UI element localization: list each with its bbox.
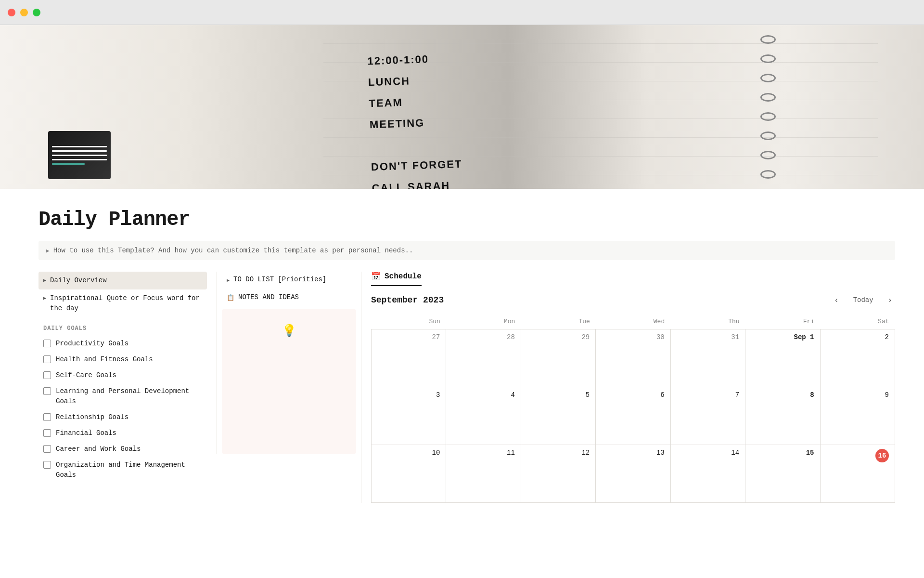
hint-bar[interactable]: ▶ How to use this Template? And how you … — [38, 241, 895, 260]
middle-column: ▶ TO DO LIST [Priorities] 📋 NOTES AND ID… — [217, 272, 361, 454]
daily-overview-label: Daily Overview — [50, 276, 107, 286]
hint-arrow-icon: ▶ — [46, 248, 50, 254]
goal-health[interactable]: Health and Fitness Goals — [38, 352, 207, 368]
goal-financial[interactable]: Financial Goals — [38, 425, 207, 441]
calendar-column: 📅 Schedule September 2023 ‹ Today › Sun … — [361, 272, 895, 503]
notes-area[interactable]: 💡 — [222, 309, 356, 454]
calendar-icon: 📅 — [371, 272, 381, 281]
cal-cell-14[interactable]: 14 — [670, 445, 745, 503]
cal-cell-15[interactable]: 15 — [745, 445, 820, 503]
close-button[interactable] — [8, 9, 15, 16]
next-month-button[interactable]: › — [885, 294, 895, 306]
daily-goals-label: DAILY GOALS — [38, 317, 207, 336]
todo-label: TO DO LIST [Priorities] — [233, 276, 326, 283]
todo-list-header[interactable]: ▶ TO DO LIST [Priorities] — [222, 272, 356, 287]
page-title: Daily Planner — [38, 208, 895, 231]
day-header-mon: Mon — [446, 314, 521, 329]
prev-month-button[interactable]: ‹ — [831, 294, 841, 306]
small-notebook — [48, 131, 111, 179]
goal-career[interactable]: Career and Work Goals — [38, 441, 207, 457]
calendar-navigation: ‹ Today › — [831, 294, 895, 306]
spiral-binding — [760, 25, 780, 189]
hero-image: 12:00-1:00LUNCHTEAMMEETINGDON'T FORGETCA… — [0, 25, 924, 189]
maximize-button[interactable] — [33, 9, 40, 16]
section-arrow-icon-2: ▶ — [43, 295, 46, 302]
goal-checkbox-productivity[interactable] — [43, 340, 51, 347]
calendar-header: September 2023 ‹ Today › — [371, 294, 895, 306]
cal-cell-7[interactable]: 7 — [670, 387, 745, 445]
goal-label-relationship: Relationship Goals — [56, 412, 128, 422]
goal-label-financial: Financial Goals — [56, 428, 116, 438]
goal-label-productivity: Productivity Goals — [56, 339, 128, 349]
calendar-week-2: 3 4 5 6 7 8 9 — [372, 387, 895, 445]
cal-cell-13[interactable]: 13 — [596, 445, 670, 503]
cal-cell-5[interactable]: 5 — [521, 387, 595, 445]
window-chrome — [0, 0, 924, 25]
goal-checkbox-career[interactable] — [43, 445, 51, 453]
goal-checkbox-organization[interactable] — [43, 461, 51, 469]
main-content: Daily Planner ▶ How to use this Template… — [0, 189, 924, 522]
section-arrow-icon: ▶ — [43, 277, 46, 284]
lightbulb-icon: 💡 — [282, 324, 296, 338]
cal-cell-sep1[interactable]: Sep 1 — [745, 329, 820, 387]
goal-label-organization: Organization and Time Management Goals — [56, 460, 202, 480]
goal-checkbox-health[interactable] — [43, 355, 51, 363]
calendar-week-1: 27 28 29 30 31 Sep 1 2 — [372, 329, 895, 387]
cal-cell-10[interactable]: 10 — [372, 445, 446, 503]
notes-label: NOTES AND IDEAS — [238, 293, 299, 301]
cal-cell-8[interactable]: 8 — [745, 387, 820, 445]
inspirational-quote-label: Inspirational Quote or Focus word for th… — [50, 293, 202, 314]
notes-icon: 📋 — [227, 294, 234, 302]
calendar-week-3: 10 11 12 13 14 15 16 — [372, 445, 895, 503]
day-header-sun: Sun — [372, 314, 446, 329]
cal-cell-2[interactable]: 2 — [820, 329, 895, 387]
columns-layout: ▶ Daily Overview ▶ Inspirational Quote o… — [38, 272, 895, 503]
schedule-tab[interactable]: 📅 Schedule — [371, 272, 422, 286]
minimize-button[interactable] — [20, 9, 28, 16]
goal-label-learning: Learning and Personal Development Goals — [56, 386, 202, 407]
goal-selfcare[interactable]: Self-Care Goals — [38, 368, 207, 383]
goal-label-career: Career and Work Goals — [56, 444, 141, 454]
goal-checkbox-financial[interactable] — [43, 429, 51, 437]
cal-cell-16-today[interactable]: 16 — [820, 445, 895, 503]
goal-relationship[interactable]: Relationship Goals — [38, 409, 207, 425]
cal-cell-9[interactable]: 9 — [820, 387, 895, 445]
goal-label-health: Health and Fitness Goals — [56, 355, 153, 365]
day-header-thu: Thu — [670, 314, 745, 329]
left-column: ▶ Daily Overview ▶ Inspirational Quote o… — [38, 272, 217, 483]
hint-text: How to use this Template? And how you ca… — [53, 247, 413, 254]
month-year-label: September 2023 — [371, 295, 444, 305]
today-button[interactable]: Today — [847, 294, 879, 306]
calendar-grid: Sun Mon Tue Wed Thu Fri Sat 27 28 29 — [371, 314, 895, 503]
daily-overview-item[interactable]: ▶ Daily Overview — [38, 272, 207, 289]
day-header-fri: Fri — [745, 314, 820, 329]
cal-cell-30[interactable]: 30 — [596, 329, 670, 387]
todo-arrow-icon: ▶ — [227, 277, 230, 283]
cal-cell-31[interactable]: 31 — [670, 329, 745, 387]
goal-label-selfcare: Self-Care Goals — [56, 370, 116, 381]
cal-cell-29[interactable]: 29 — [521, 329, 595, 387]
cal-cell-11[interactable]: 11 — [446, 445, 521, 503]
goal-organization[interactable]: Organization and Time Management Goals — [38, 457, 207, 483]
day-header-wed: Wed — [596, 314, 670, 329]
inspirational-quote-item[interactable]: ▶ Inspirational Quote or Focus word for … — [38, 289, 207, 317]
day-header-tue: Tue — [521, 314, 595, 329]
goal-checkbox-relationship[interactable] — [43, 413, 51, 421]
goal-learning[interactable]: Learning and Personal Development Goals — [38, 383, 207, 409]
day-header-sat: Sat — [820, 314, 895, 329]
goal-checkbox-selfcare[interactable] — [43, 371, 51, 379]
schedule-label: Schedule — [385, 272, 422, 281]
goal-checkbox-learning[interactable] — [43, 387, 51, 395]
notes-header[interactable]: 📋 NOTES AND IDEAS — [222, 289, 356, 305]
cal-cell-6[interactable]: 6 — [596, 387, 670, 445]
cal-cell-12[interactable]: 12 — [521, 445, 595, 503]
cal-cell-27[interactable]: 27 — [372, 329, 446, 387]
hero-handwriting: 12:00-1:00LUNCHTEAMMEETINGDON'T FORGETCA… — [367, 48, 463, 189]
cal-cell-3[interactable]: 3 — [372, 387, 446, 445]
cal-cell-4[interactable]: 4 — [446, 387, 521, 445]
goal-productivity[interactable]: Productivity Goals — [38, 336, 207, 352]
cal-cell-28[interactable]: 28 — [446, 329, 521, 387]
